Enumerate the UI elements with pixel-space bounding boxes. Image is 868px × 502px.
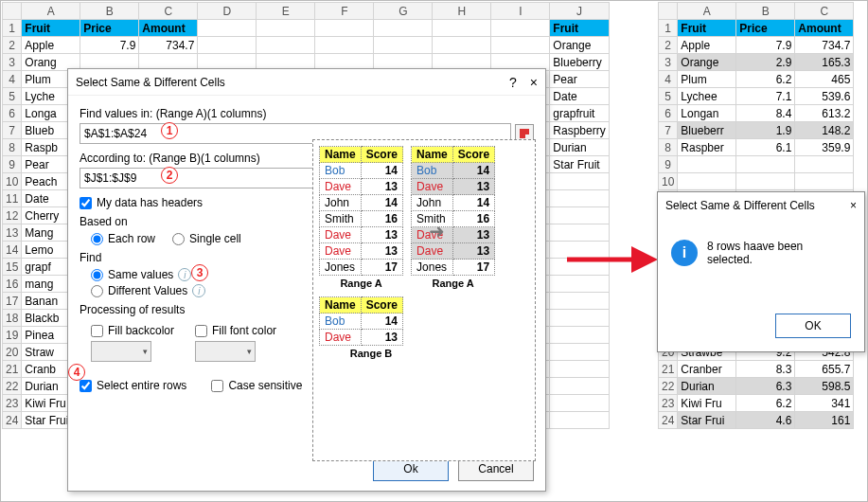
info-message: 8 rows haave been selected. [707,240,851,266]
close-button[interactable]: × [850,199,857,212]
info-dialog-title: Select Same & Different Cells [665,199,815,212]
find-in-label: Find values in: (Range A)(1 columns) [80,107,534,120]
marker-2: 2 [161,167,178,184]
select-entire-rows-checkbox[interactable] [80,380,92,392]
each-row-radio[interactable] [91,233,103,245]
marker-3: 3 [191,264,208,281]
fill-backcolor-checkbox[interactable] [91,325,103,337]
same-values-radio[interactable] [91,269,103,281]
info-icon[interactable]: i [192,284,205,297]
info-icon[interactable]: i [178,268,191,281]
info-dialog: Select Same & Different Cells × i 8 rows… [657,191,865,352]
fontcolor-picker[interactable] [195,341,256,362]
case-sensitive-checkbox[interactable] [211,380,223,392]
fill-fontcolor-checkbox[interactable] [195,325,207,337]
example-panel: NameScoreBob14Dave13John14Smith16Dave13D… [312,139,536,461]
red-arrow-icon [565,241,660,281]
select-cells-dialog: Select Same & Different Cells ? × Find v… [67,68,546,492]
marker-1: 1 [161,122,178,139]
arrow-right-icon: ➜ [429,220,445,242]
close-button[interactable]: × [530,75,538,90]
headers-checkbox[interactable] [80,197,92,209]
dialog-title: Select Same & Different Cells [76,76,225,89]
single-cell-radio[interactable] [172,233,185,245]
info-icon: i [671,240,698,266]
backcolor-picker[interactable] [91,341,151,362]
marker-4: 4 [68,364,85,381]
ok-button[interactable]: OK [775,314,851,338]
different-values-radio[interactable] [91,285,103,297]
help-button[interactable]: ? [509,75,517,90]
